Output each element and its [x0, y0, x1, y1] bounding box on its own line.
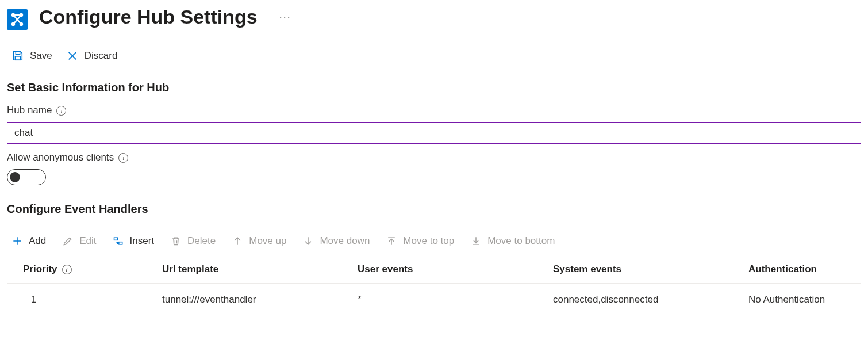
- move-to-bottom-label: Move to bottom: [487, 235, 555, 247]
- save-label: Save: [30, 50, 52, 62]
- delete-label: Delete: [187, 235, 216, 247]
- save-icon: [11, 49, 24, 62]
- page-title: Configure Hub Settings: [39, 6, 258, 28]
- cell-system-events: connected,disconnected: [553, 294, 748, 305]
- save-button[interactable]: Save: [11, 49, 52, 62]
- edit-button[interactable]: Edit: [62, 235, 96, 247]
- trash-icon: [170, 235, 182, 247]
- move-to-bottom-button[interactable]: Move to bottom: [470, 235, 555, 247]
- move-to-top-label: Move to top: [403, 235, 454, 247]
- svg-rect-15: [118, 242, 122, 244]
- info-icon[interactable]: i: [56, 106, 66, 116]
- cell-user-events: *: [358, 294, 553, 305]
- col-system-events: System events: [553, 263, 748, 275]
- move-up-label: Move up: [249, 235, 286, 247]
- allow-anonymous-label: Allow anonymous clients: [7, 152, 114, 163]
- table-row[interactable]: 1tunnel:///eventhandler*connected,discon…: [7, 284, 861, 316]
- insert-button[interactable]: Insert: [113, 235, 155, 247]
- svg-rect-9: [15, 56, 20, 60]
- insert-icon: [113, 235, 124, 247]
- toolbar-divider: [7, 68, 861, 68]
- move-down-label: Move down: [320, 235, 370, 247]
- arrow-top-icon: [386, 235, 397, 247]
- info-icon[interactable]: i: [118, 153, 128, 163]
- plus-icon: [11, 235, 23, 247]
- col-url-template: Url template: [162, 263, 358, 275]
- event-handlers-table: Priority i Url template User events Syst…: [7, 255, 861, 316]
- arrow-bottom-icon: [470, 235, 482, 247]
- discard-label: Discard: [85, 50, 118, 62]
- discard-icon: [66, 49, 79, 62]
- pencil-icon: [62, 235, 74, 247]
- hub-resource-icon: [7, 9, 28, 30]
- move-down-button[interactable]: Move down: [302, 235, 370, 247]
- cell-priority: 1: [7, 294, 162, 305]
- info-icon[interactable]: i: [62, 265, 72, 274]
- arrow-down-icon: [302, 235, 314, 247]
- table-header: Priority i Url template User events Syst…: [7, 255, 861, 284]
- allow-anonymous-toggle[interactable]: [7, 169, 46, 185]
- add-button[interactable]: Add: [11, 235, 46, 247]
- discard-button[interactable]: Discard: [66, 49, 118, 62]
- arrow-up-icon: [232, 235, 243, 247]
- svg-rect-8: [16, 52, 20, 55]
- section-handlers-title: Configure Event Handlers: [7, 202, 861, 216]
- hub-name-input[interactable]: [7, 122, 861, 144]
- more-actions-button[interactable]: ···: [279, 12, 291, 24]
- col-authentication: Authentication: [748, 263, 861, 275]
- svg-rect-14: [114, 238, 117, 240]
- col-priority: Priority: [23, 263, 57, 275]
- cell-url-template: tunnel:///eventhandler: [162, 294, 358, 305]
- hub-name-label: Hub name: [7, 105, 52, 116]
- cell-authentication: No Authentication: [748, 294, 861, 305]
- move-to-top-button[interactable]: Move to top: [386, 235, 454, 247]
- move-up-button[interactable]: Move up: [232, 235, 286, 247]
- add-label: Add: [29, 235, 46, 247]
- edit-label: Edit: [79, 235, 96, 247]
- insert-label: Insert: [130, 235, 155, 247]
- section-basic-title: Set Basic Information for Hub: [7, 81, 861, 94]
- delete-button[interactable]: Delete: [170, 235, 216, 247]
- col-user-events: User events: [358, 263, 553, 275]
